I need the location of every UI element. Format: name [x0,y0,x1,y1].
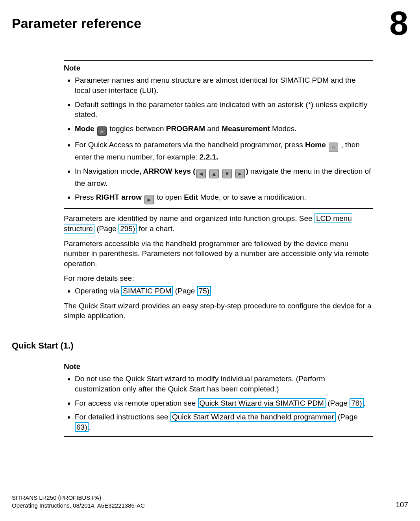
text: for a chart. [137,224,174,233]
note-list: Do not use the Quick Start wizard to mod… [64,374,373,432]
text-bold: PROGRAM [166,124,205,133]
note-label: Note [64,362,373,372]
footer-docinfo: Operating Instructions, 08/2014, A5E3222… [12,502,145,510]
text: For detailed instructions see [75,413,170,421]
paragraph: The Quick Start wizard provides an easy … [64,301,373,321]
divider [64,359,373,359]
text-bold: 2.2.1. [200,153,218,161]
arrow-up-key-icon: ▴ [209,169,219,178]
text: Parameters are identified by name and or… [64,214,315,222]
text-bold: Edit [184,193,198,201]
note-item: Press RIGHT arrow ▸ to open Edit Mode, o… [75,192,373,204]
footer-product: SITRANS LR250 (PROFIBUS PA) [12,494,145,502]
note-item: For detailed instructions see Quick Star… [75,412,373,432]
arrow-left-key-icon: ◂ [196,169,206,178]
text: For Quick Access to parameters via the h… [75,141,305,149]
text: to open [155,193,184,201]
divider [64,208,373,209]
text: and [205,124,222,133]
divider [64,60,373,61]
text-bold: , ARROW keys ( [139,167,196,175]
text-bold: Measurement [222,124,270,133]
note-item: For Quick Access to parameters via the h… [75,140,373,162]
link-page-75[interactable]: 75) [197,286,211,296]
link-qsw-simatic-pdm[interactable]: Quick Start Wizard via SIMATIC PDM [198,398,326,408]
note-item: Mode ≡ toggles between PROGRAM and Measu… [75,124,373,136]
divider [64,436,373,437]
home-key-icon: ⌂ [329,143,338,152]
text: (Page [336,413,358,421]
link-page-78[interactable]: 78) [350,398,363,408]
text: (Page [94,224,118,233]
link-simatic-pdm[interactable]: SIMATIC PDM [121,286,173,296]
text: . [89,423,91,431]
text: Modes. [270,124,297,133]
text: (Page [326,399,350,407]
note-item: Parameter names and menu structure are a… [75,75,373,95]
note-label: Note [64,63,373,73]
text: (Page [173,287,197,295]
text: toggles between [107,124,166,133]
note-item: Do not use the Quick Start wizard to mod… [75,374,373,394]
note-list: Parameter names and menu structure are a… [64,75,373,204]
paragraph: Parameters are identified by name and or… [64,213,373,234]
page-footer: SITRANS LR250 (PROFIBUS PA) Operating In… [12,494,408,509]
mode-key-icon: ≡ [97,126,107,136]
note-item: Default settings in the parameter tables… [75,100,373,120]
text: Mode, or to save a modification. [198,193,306,201]
text: . [364,399,366,407]
arrow-down-key-icon: ▾ [222,169,232,178]
section-heading-quick-start: Quick Start (1.) [12,340,373,352]
arrow-right-key-icon: ▸ [235,169,245,178]
link-qsw-handheld[interactable]: Quick Start Wizard via the handheld prog… [170,412,336,422]
chapter-number: 8 [389,9,408,37]
paragraph: For more details see: [64,273,373,284]
link-page-295[interactable]: 295) [118,224,137,234]
body-list: Operating via SIMATIC PDM (Page 75) [64,286,373,296]
text-bold: RIGHT arrow [96,193,144,201]
paragraph: Parameters accessible via the handheld p… [64,239,373,269]
link-page-63[interactable]: 63) [75,422,89,432]
text: In Navigation mode [75,167,139,175]
text-bold: Mode [75,124,96,133]
note-item: In Navigation mode, ARROW keys (◂ ▴ ▾ ▸)… [75,166,373,189]
text: Operating via [75,287,121,295]
arrow-right-key-icon: ▸ [144,195,154,204]
chapter-title: Parameter reference [12,16,141,31]
note-item: For access via remote operation see Quic… [75,398,373,408]
text-bold: Home [305,141,326,149]
page-number: 107 [396,501,408,509]
list-item: Operating via SIMATIC PDM (Page 75) [75,286,373,296]
text: Press [75,193,96,201]
text: For access via remote operation see [75,399,198,407]
